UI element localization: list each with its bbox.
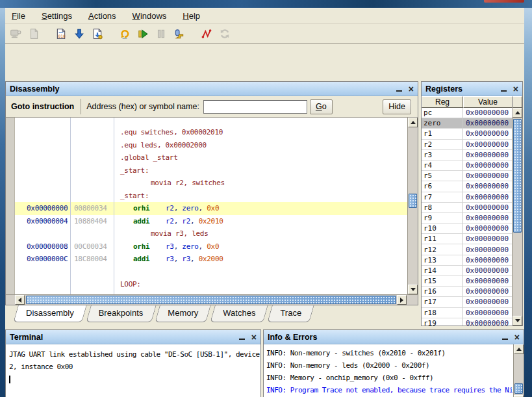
menu-item-windows[interactable]: Windows: [131, 10, 168, 22]
terminal-output[interactable]: JTAG UART link established using cable "…: [6, 344, 260, 397]
disasm-source-row[interactable]: [15, 266, 407, 279]
register-row-r2[interactable]: r20x00000000: [422, 140, 513, 150]
info-vscrollbar[interactable]: [513, 344, 524, 397]
register-row-r16[interactable]: r160x00000000: [422, 287, 513, 297]
text-cursor: [9, 376, 10, 383]
terminal-cursor-line: [9, 373, 257, 385]
window-close-button[interactable]: [484, 0, 524, 3]
disasm-source-row[interactable]: _start:: [15, 190, 407, 203]
terminal-line: 2, instance 0x00: [9, 361, 257, 373]
scroll-up-icon[interactable]: [513, 108, 522, 118]
register-row-r13[interactable]: r130x00000000: [422, 255, 513, 266]
tab-disassembly[interactable]: Disassembly: [16, 305, 84, 322]
step-icon[interactable]: [172, 27, 186, 41]
disasm-source-row[interactable]: _start:: [15, 164, 407, 177]
tab-watches[interactable]: Watches: [212, 305, 266, 322]
hide-button[interactable]: Hide: [383, 99, 411, 114]
operand: r2: [182, 217, 190, 225]
scroll-up-icon[interactable]: [408, 118, 418, 127]
scroll-up-icon[interactable]: [514, 344, 524, 354]
tab-trace[interactable]: Trace: [270, 305, 312, 322]
continue-icon[interactable]: [136, 27, 150, 41]
register-row-r15[interactable]: r150x00000000: [422, 276, 513, 287]
register-value: 0x00000000: [463, 244, 513, 255]
close-icon[interactable]: ×: [513, 85, 518, 93]
load-binary-icon[interactable]: 010: [54, 27, 68, 41]
register-name: r2: [422, 140, 463, 150]
scroll-right-icon[interactable]: [397, 295, 407, 305]
disasm-source-row[interactable]: LOOP:: [15, 278, 407, 291]
register-row-r9[interactable]: r90x00000000: [422, 213, 513, 224]
disassembly-vscrollbar[interactable]: [407, 118, 418, 294]
tab-memory[interactable]: Memory: [157, 305, 209, 322]
header-stub: [513, 96, 522, 108]
go-button[interactable]: Go: [310, 99, 333, 114]
disasm-source-row[interactable]: .equ leds, 0x00002000: [15, 139, 407, 152]
register-row-zero[interactable]: zero0x00000000: [422, 118, 513, 129]
menu-item-settings[interactable]: Settings: [40, 10, 73, 22]
disassembly-hscrollbar[interactable]: [6, 294, 418, 305]
hscroll-thumb[interactable]: [26, 296, 396, 304]
download-icon[interactable]: [72, 27, 86, 41]
register-value: 0x00000000: [463, 318, 513, 326]
register-row-r11[interactable]: r110x00000000: [422, 234, 513, 244]
register-row-r6[interactable]: r60x00000000: [422, 181, 513, 192]
disasm-source-row[interactable]: movia r3, leds: [15, 227, 407, 240]
close-icon[interactable]: ×: [251, 333, 257, 341]
value-column-header[interactable]: Value: [463, 96, 513, 108]
menu-item-file[interactable]: File: [10, 10, 27, 22]
disasm-row[interactable]: 0x0000000800C00034orhir3, zero, 0x0: [15, 240, 407, 253]
register-row-r7[interactable]: r70x00000000: [422, 192, 513, 203]
compile-load-icon[interactable]: [90, 27, 105, 41]
minimize-icon[interactable]: [396, 90, 402, 92]
disasm-row[interactable]: 0x0000000C18C80004addir3, r3, 0x2000: [15, 253, 407, 266]
register-row-r18[interactable]: r180x00000000: [422, 308, 513, 318]
minimize-icon[interactable]: [502, 339, 508, 340]
minimize-icon[interactable]: [239, 339, 245, 340]
menu-item-help[interactable]: Help: [181, 10, 201, 22]
register-value: 0x00000000: [463, 287, 513, 297]
disasm-instruction: .equ leds, 0x00002000: [114, 139, 407, 152]
close-icon[interactable]: ×: [409, 85, 414, 93]
vscroll-thumb[interactable]: [409, 194, 417, 208]
register-row-r19[interactable]: r190x00000000: [422, 318, 513, 326]
vscroll-thumb[interactable]: [514, 383, 523, 394]
tab-label: Memory: [157, 305, 209, 318]
breakpoint-gutter[interactable]: [6, 118, 15, 294]
address-input[interactable]: [203, 100, 307, 114]
close-icon[interactable]: ×: [514, 333, 520, 341]
register-row-r14[interactable]: r140x00000000: [422, 266, 513, 276]
register-name: r15: [422, 276, 463, 287]
disasm-row[interactable]: 0x0000000410880404addir2, r2, 0x2010: [15, 215, 407, 228]
register-row-r4[interactable]: r40x00000000: [422, 160, 513, 171]
disasm-source-row[interactable]: .equ switches, 0x00002010: [15, 126, 407, 139]
disasm-source-row[interactable]: movia r2, switches: [15, 177, 407, 190]
register-row-pc[interactable]: pc0x00000000: [422, 108, 513, 118]
menu-item-actions[interactable]: Actions: [87, 10, 118, 22]
disasm-instruction: movia r2, switches: [114, 177, 407, 190]
scroll-down-icon[interactable]: [513, 316, 522, 326]
disasm-address: 0x00000004: [15, 215, 70, 228]
registers-vscrollbar[interactable]: [512, 108, 522, 326]
column-divider: [114, 118, 114, 294]
register-value: 0x00000000: [463, 129, 513, 139]
disconnect-icon[interactable]: [199, 27, 214, 41]
disasm-instruction: movia r3, leds: [114, 227, 407, 240]
register-row-r1[interactable]: r10x00000000: [422, 129, 513, 139]
scroll-down-icon[interactable]: [408, 285, 418, 294]
scroll-left-icon[interactable]: [15, 295, 25, 305]
vscroll-thumb[interactable]: [513, 119, 522, 233]
register-row-r3[interactable]: r30x00000000: [422, 150, 513, 160]
disasm-source-row[interactable]: .global _start: [15, 151, 407, 164]
tab-breakpoints[interactable]: Breakpoints: [88, 305, 154, 322]
minimize-icon[interactable]: [501, 90, 507, 92]
register-row-r8[interactable]: r80x00000000: [422, 203, 513, 213]
register-value: 0x00000000: [463, 203, 513, 213]
restart-icon[interactable]: [118, 27, 132, 41]
register-row-r10[interactable]: r100x00000000: [422, 224, 513, 234]
register-row-r5[interactable]: r50x00000000: [422, 171, 513, 181]
register-row-r12[interactable]: r120x00000000: [422, 244, 513, 255]
disasm-row[interactable]: 0x0000000000800034orhir2, zero, 0x0: [15, 202, 407, 215]
register-row-r17[interactable]: r170x00000000: [422, 297, 513, 307]
reg-column-header[interactable]: Reg: [422, 96, 463, 108]
